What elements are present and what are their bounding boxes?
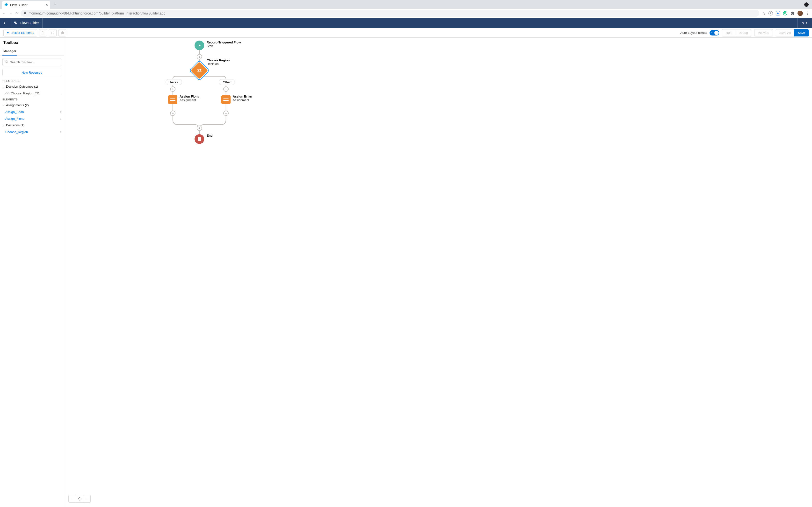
chevron-down-icon: ⌄ — [2, 85, 5, 88]
zoom-fit-button[interactable] — [76, 495, 83, 502]
chevron-right-icon: › — [60, 130, 61, 134]
nav-back-icon[interactable]: ← — [2, 11, 6, 15]
select-elements-button[interactable]: Select Elements — [3, 29, 37, 37]
element-assign-brian[interactable]: Assign_Brian › — [0, 108, 64, 115]
section-resources: RESOURCES — [0, 78, 64, 83]
group-decision-outcomes[interactable]: ⌄ Decision Outcomes (1) — [0, 83, 64, 90]
reload-icon[interactable]: ⟳ — [15, 11, 18, 15]
auto-layout-label: Auto-Layout (Beta) — [680, 31, 707, 35]
tab-title: Flow Builder — [10, 3, 28, 7]
app-title: Flow Builder — [20, 21, 39, 25]
help-menu[interactable]: ? ▼ — [798, 18, 812, 28]
assignment-node-brian[interactable] — [221, 95, 231, 104]
lock-icon — [23, 11, 27, 15]
url-path: /builder_platform_interaction/flowBuilde… — [99, 11, 165, 15]
chevron-right-icon: › — [60, 117, 61, 120]
address-bar[interactable]: momentum-computing-884.lightning.force.c… — [20, 10, 759, 17]
nav-forward-icon[interactable]: → — [9, 11, 12, 15]
chevron-right-icon: › — [60, 110, 61, 114]
outcome-icon: ⬭⬭ — [5, 92, 9, 95]
redo-button[interactable] — [49, 29, 57, 37]
flow-icon — [13, 20, 18, 25]
save-button[interactable]: Save — [794, 29, 809, 37]
zoom-out-button[interactable]: − — [69, 495, 76, 502]
decision-node-label: Choose Region Decision — [207, 58, 230, 66]
app-header: Flow Builder ? ▼ — [0, 18, 812, 28]
chrome-menu-icon[interactable]: ⋮ — [806, 11, 810, 15]
window-control-icon[interactable] — [804, 2, 809, 7]
zoom-in-button[interactable]: + — [83, 495, 90, 502]
group-decisions[interactable]: ⌄ Decisions (1) — [0, 122, 64, 128]
app-back-button[interactable] — [0, 18, 10, 28]
start-node-label: Record-Triggered Flow Start — [207, 41, 241, 48]
add-element-button[interactable]: + — [170, 87, 175, 92]
search-input[interactable] — [2, 58, 61, 66]
browser-tab[interactable]: Flow Builder × — [2, 1, 50, 9]
toolbox-title: Toolbox — [0, 38, 64, 47]
info-icon[interactable]: i — [768, 11, 773, 15]
chevron-down-icon: ▼ — [806, 22, 808, 24]
assignment-node-fiona[interactable] — [168, 95, 177, 104]
end-node-label: End — [207, 134, 213, 137]
flow-canvas[interactable]: Record-Triggered Flow Start + Choose Reg… — [64, 38, 812, 507]
new-tab-button[interactable]: + — [52, 1, 58, 8]
close-icon[interactable]: × — [46, 3, 48, 7]
add-element-button[interactable]: + — [197, 125, 202, 131]
undo-button[interactable] — [39, 29, 47, 37]
start-node[interactable] — [195, 41, 204, 50]
save-as-button[interactable]: Save As — [776, 29, 795, 37]
help-icon: ? — [802, 21, 804, 25]
extension-a-icon[interactable]: A — [776, 11, 780, 15]
activate-button[interactable]: Activate — [754, 29, 773, 37]
element-assign-fiona[interactable]: Assign_Fiona › — [0, 115, 64, 122]
zoom-controls: − + — [68, 495, 91, 503]
assignment-fiona-label: Assign Fiona Assignment — [180, 95, 199, 102]
chevron-down-icon: ⌄ — [2, 104, 5, 107]
debug-button[interactable]: Debug — [735, 29, 751, 37]
toolbox-sidebar: Toolbox Manager New Resource RESOURCES ⌄… — [0, 38, 64, 507]
browser-tabstrip: Flow Builder × + — [0, 0, 812, 9]
resource-choose-region-tx[interactable]: ⬭⬭Choose_Region_TX › — [0, 90, 64, 97]
browser-toolbar: ← → ⟳ momentum-computing-884.lightning.f… — [0, 9, 812, 18]
extensions-icon[interactable] — [790, 11, 795, 15]
url-domain: momentum-computing-884.lightning.force.c… — [29, 11, 98, 15]
settings-button[interactable] — [58, 29, 66, 37]
star-icon[interactable]: ☆ — [762, 11, 766, 16]
decision-node[interactable] — [191, 62, 208, 79]
tab-manager[interactable]: Manager — [2, 47, 17, 56]
builder-toolbar: Select Elements Auto-Layout (Beta) Run D… — [0, 28, 812, 38]
chevron-right-icon: › — [60, 91, 61, 95]
profile-avatar[interactable] — [798, 11, 803, 16]
new-resource-button[interactable]: New Resource — [2, 69, 61, 76]
auto-layout-toggle[interactable] — [710, 30, 719, 36]
run-button[interactable]: Run — [722, 29, 735, 37]
section-elements: ELEMENTS — [0, 97, 64, 102]
search-icon — [5, 60, 8, 64]
add-element-button[interactable]: + — [223, 111, 229, 116]
add-element-button[interactable]: + — [197, 54, 202, 59]
add-element-button[interactable]: + — [170, 111, 175, 116]
branch-pill-other[interactable]: Other — [219, 79, 235, 85]
add-element-button[interactable]: + — [223, 87, 229, 92]
extension-g-icon[interactable]: G — [783, 11, 788, 15]
select-elements-label: Select Elements — [11, 31, 34, 35]
group-assignments[interactable]: ⌄ Assignments (2) — [0, 102, 64, 108]
salesforce-cloud-icon — [4, 3, 8, 7]
end-node[interactable] — [195, 134, 204, 144]
branch-pill-texas[interactable]: Texas — [165, 79, 182, 85]
assignment-brian-label: Assign Brian Assignment — [233, 95, 252, 102]
chevron-down-icon: ⌄ — [2, 124, 5, 127]
element-choose-region[interactable]: Choose_Region › — [0, 128, 64, 135]
